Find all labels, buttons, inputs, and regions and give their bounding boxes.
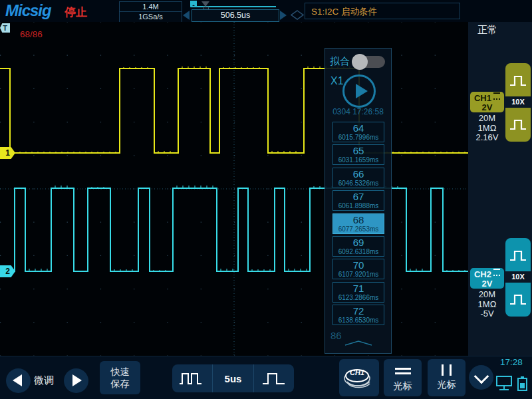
ch2-scale: 2V (470, 279, 504, 289)
collapse-button[interactable] (469, 365, 493, 390)
segment-time: 6061.8988ms (333, 202, 384, 209)
trigger-settings-box[interactable]: S1:I2C 启动条件 (305, 3, 460, 19)
segment-index: 72 (333, 306, 384, 317)
quick-save-button[interactable]: 快速 保存 (100, 361, 140, 394)
brand-logo: Micsig (5, 1, 51, 20)
segment-index: 71 (333, 283, 384, 294)
segment-time: 6092.6318ms (333, 248, 384, 255)
single-pulse-icon (261, 370, 287, 387)
channel-button-label: CH1 (342, 368, 372, 376)
oscilloscope-screen: Micsig 停止 1.4M 1GSa/s 506.5us S1:I2C 启动条… (0, 0, 532, 399)
segment-item[interactable]: 646015.7996ms (332, 122, 384, 142)
nav-diamond-icon[interactable] (291, 10, 304, 20)
ch1-bandwidth: 20M (468, 114, 506, 124)
play-button[interactable] (342, 74, 376, 108)
acquisition-readout[interactable]: 1.4M 1GSa/s (119, 1, 182, 23)
dc-coupling-icon (493, 269, 500, 276)
zoom-in-timebase-button[interactable] (254, 364, 294, 392)
ch1-badge[interactable]: CH1 2V (470, 92, 504, 112)
battery-icon (518, 377, 527, 390)
rising-pulse-icon[interactable] (509, 72, 527, 88)
ch1-info: 20M 1MΩ 2.16V (468, 114, 506, 143)
rising-pulse-icon[interactable] (509, 247, 527, 263)
delay-left-arrow[interactable] (183, 11, 190, 20)
left-triangle-icon (13, 374, 22, 386)
fine-tune-label: 微调 (34, 374, 54, 387)
horizontal-cursors-icon (395, 365, 411, 377)
segment-item[interactable]: 696092.6318ms (332, 236, 384, 257)
pulse-train-icon (178, 370, 207, 387)
horizontal-delay-value[interactable]: 506.5us (192, 9, 279, 22)
top-bar: Micsig 停止 1.4M 1GSa/s 506.5us S1:I2C 启动条… (0, 0, 532, 22)
cursor-h-label: 光标 (384, 380, 422, 392)
segment-time: 6138.6530ms (333, 317, 384, 324)
falling-pulse-icon[interactable] (509, 291, 527, 307)
falling-pulse-icon[interactable] (509, 116, 527, 132)
trigger-mode-label: 正常 (477, 24, 497, 37)
segment-index: 64 (333, 123, 384, 134)
segment-item[interactable]: 686077.2653ms (332, 213, 384, 234)
segment-index: 69 (333, 237, 384, 248)
right-sidebar: 正常 10X CH1 2V 20M 1MΩ 2.16V 10X (468, 22, 532, 356)
segment-index: 66 (333, 169, 384, 180)
right-triangle-icon (72, 374, 82, 386)
segment-item[interactable]: 716123.2866ms (332, 282, 384, 303)
next-button[interactable] (64, 368, 88, 393)
segment-time: 6077.2653ms (333, 225, 384, 233)
ch1-scale: 2V (470, 103, 504, 112)
prev-button[interactable] (6, 368, 31, 393)
bottom-bar: 微调 快速 保存 5us (0, 356, 532, 399)
timeline-position-marker[interactable] (201, 1, 209, 7)
vertical-cursors-icon (442, 364, 452, 376)
playback-rate[interactable]: X1 (331, 75, 344, 87)
cursor-horizontal-button[interactable]: 光标 (384, 359, 422, 396)
quick-save-line2: 保存 (100, 378, 140, 390)
waveform-display[interactable]: T 68/86 1 2 拟合 X1 0304 17:26:58 646015.7… (0, 22, 468, 356)
segment-index: 68 (333, 215, 384, 225)
segment-time: 6046.5326ms (333, 180, 384, 187)
display-icon (497, 376, 511, 390)
segment-item[interactable]: 656031.1659ms (332, 144, 384, 165)
dc-coupling-icon (493, 92, 500, 100)
delay-right-arrow[interactable] (280, 11, 287, 20)
segment-index: 67 (333, 192, 384, 202)
segment-time: 6015.7996ms (333, 134, 384, 141)
ch1-impedance: 1MΩ (468, 124, 506, 134)
ch1-offset: 2.16V (468, 133, 506, 143)
segment-time: 6031.1659ms (333, 156, 384, 164)
ch2-attenuation[interactable]: 10X (505, 271, 531, 283)
ch2-offset: -5V (468, 309, 506, 319)
capture-timestamp: 0304 17:26:58 (325, 107, 391, 116)
ch1-attenuation[interactable]: 10X (505, 96, 531, 108)
ch2-badge[interactable]: CH2 2V (470, 268, 504, 289)
channel-select-button[interactable]: CH1 (339, 359, 379, 396)
system-icons (496, 376, 529, 393)
segment-item[interactable]: 726138.6530ms (332, 305, 384, 325)
ch2-trigger-slope-panel[interactable]: 10X (505, 238, 531, 317)
ch1-trigger-slope-panel[interactable]: 10X (505, 63, 531, 142)
fit-label: 拟合 (330, 55, 350, 68)
zoom-out-timebase-button[interactable] (172, 364, 212, 392)
segment-item[interactable]: 706107.9201ms (332, 259, 384, 279)
cursor-v-label: 光标 (428, 379, 466, 391)
timebase-value[interactable]: 5us (212, 364, 253, 392)
segment-index: 65 (333, 146, 384, 156)
cursor-vertical-button[interactable]: 光标 (428, 359, 466, 396)
ch2-impedance: 1MΩ (468, 300, 506, 310)
ch2-name: CH2 (474, 269, 491, 279)
ch2-bandwidth: 20M (468, 290, 506, 300)
segment-item[interactable]: 676061.8988ms (332, 190, 384, 211)
waveform-svg (0, 22, 468, 356)
segment-index: 70 (333, 260, 384, 271)
segment-item[interactable]: 666046.5326ms (332, 168, 384, 188)
play-icon (356, 84, 368, 98)
run-state-label[interactable]: 停止 (65, 5, 87, 20)
total-frames: 86 (331, 330, 342, 341)
sample-rate: 1GSa/s (120, 12, 182, 21)
scroll-up-chevron-icon[interactable] (344, 340, 373, 346)
quick-save-line1: 快速 (100, 366, 140, 378)
chevron-down-icon (474, 369, 489, 384)
segment-time: 6123.2866ms (333, 294, 384, 301)
fit-toggle[interactable] (352, 53, 388, 70)
ch1-name: CH1 (474, 93, 491, 103)
